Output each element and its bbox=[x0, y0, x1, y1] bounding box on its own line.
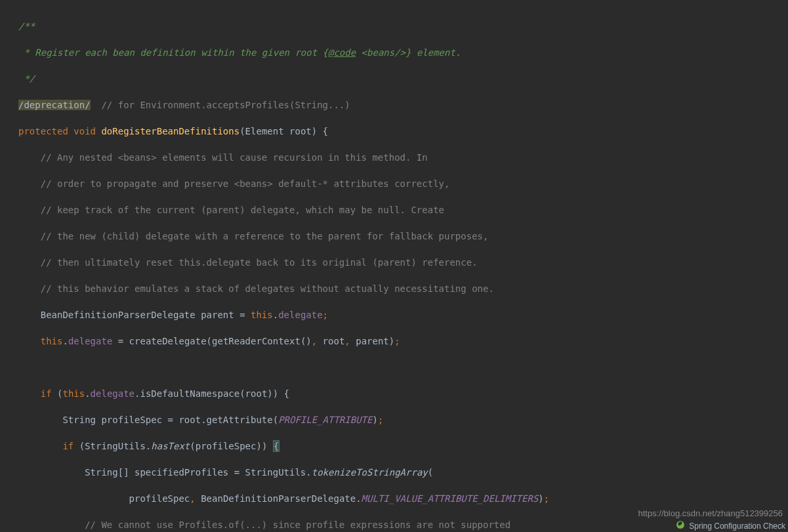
code-line: */ bbox=[18, 72, 788, 85]
code-line: * Register each bean definition within t… bbox=[18, 46, 788, 59]
code-line: protected void doRegisterBeanDefinitions… bbox=[18, 125, 788, 138]
code-editor[interactable]: /** * Register each bean definition with… bbox=[0, 0, 788, 532]
status-bar[interactable]: Spring Configuration Check bbox=[673, 520, 788, 532]
status-text: Spring Configuration Check bbox=[689, 520, 785, 532]
suppress-annotation: /deprecation/ bbox=[18, 100, 91, 110]
code-line: // the new (child) delegate with a refer… bbox=[18, 230, 788, 243]
doc-comment: /** bbox=[18, 21, 35, 31]
code-line: // keep track of the current (parent) de… bbox=[18, 203, 788, 216]
code-line: /deprecation/ // for Environment.accepts… bbox=[18, 98, 788, 112]
code-line: this.delegate = createDelegate(getReader… bbox=[18, 335, 788, 348]
code-line: BeanDefinitionParserDelegate parent = th… bbox=[18, 308, 788, 321]
brace-open-match: { bbox=[273, 440, 280, 452]
code-line: // this behavior emulates a stack of del… bbox=[18, 282, 788, 295]
code-line: // We cannot use Profiles.of(...) since … bbox=[18, 518, 788, 531]
code-line: profileSpec, BeanDefinitionParserDelegat… bbox=[18, 492, 788, 505]
watermark-text: https://blog.csdn.net/zhang512399256 bbox=[638, 507, 783, 520]
code-line: if (this.delegate.isDefaultNamespace(roo… bbox=[18, 387, 788, 400]
spring-leaf-icon bbox=[676, 520, 685, 532]
code-line: // Any nested <beans> elements will caus… bbox=[18, 151, 788, 164]
code-line: String profileSpec = root.getAttribute(P… bbox=[18, 413, 788, 426]
code-line: // then ultimately reset this.delegate b… bbox=[18, 256, 788, 269]
code-line: // order to propagate and preserve <bean… bbox=[18, 177, 788, 190]
method-name: doRegisterBeanDefinitions bbox=[101, 126, 239, 136]
code-line: if (StringUtils.hasText(profileSpec)) { bbox=[18, 440, 788, 453]
code-line: /** bbox=[18, 20, 788, 33]
code-line bbox=[18, 361, 788, 374]
code-line: String[] specifiedProfiles = StringUtils… bbox=[18, 466, 788, 479]
